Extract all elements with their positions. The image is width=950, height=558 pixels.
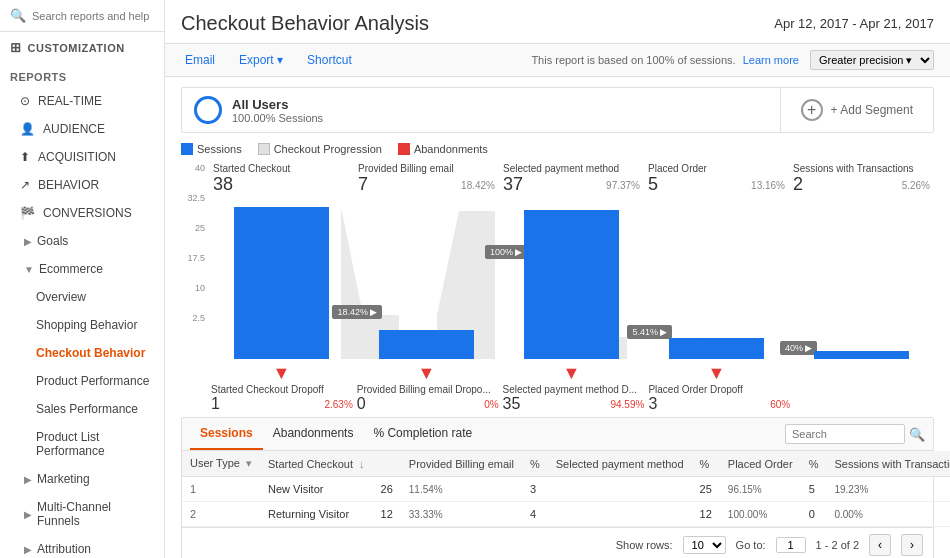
funnel-col-5 [789,351,934,359]
payment-label: Selected payment method [503,163,640,174]
goto-input[interactable] [776,537,806,553]
cell-billing-pct-2: 33.33% [401,502,522,527]
precision-select[interactable]: Greater precision ▾ [810,50,934,70]
table-row: 1 New Visitor 26 11.54% 3 25 96.15% 5 19… [182,477,950,502]
cell-user-type-2: Returning Visitor [260,502,373,527]
next-page-button[interactable]: › [901,534,923,556]
ecommerce-label: Ecommerce [39,262,103,276]
sidebar-item-behavior[interactable]: ↗ BEHAVIOR [0,171,164,199]
email-button[interactable]: Email [181,51,219,69]
cell-placed-order-2: 0 [801,502,827,527]
sidebar-item-product-list[interactable]: Product List Performance [0,423,164,465]
funnel-top-numbers: Started Checkout 38 Provided Billing ema… [209,163,934,195]
col-payment-method: Selected payment method [548,451,692,477]
funnel-col-1: 18.42% ▶ [209,207,354,359]
dropoff-pct-2: 0% [484,399,498,410]
sidebar-item-marketing[interactable]: ▶ Marketing [0,465,164,493]
tab-sessions[interactable]: Sessions [190,418,263,450]
bar-chart: 18.42% ▶ 100% ▶ [209,199,934,359]
dropoff-col-2: Provided Billing email Dropo... 0 0% [355,384,501,413]
dropoff-label-3: Selected payment method D... [503,384,645,395]
placed-order-pct: 13.16% [751,180,785,191]
customization-section[interactable]: ⊞ CUSTOMIZATION [0,32,164,63]
sort-icon-started: ↓ [359,458,365,470]
multichannel-label: Multi-Channel Funnels [37,500,154,528]
col-placed-order-pct: % [801,451,827,477]
tab-completion-rate[interactable]: % Completion rate [363,418,482,450]
add-segment[interactable]: + + Add Segment [781,91,933,129]
placed-order-value: 5 [648,174,658,194]
sidebar-item-ecommerce[interactable]: ▼ Ecommerce [0,255,164,283]
toolbar-right: This report is based on 100% of sessions… [531,50,934,70]
plus-icon: + [801,99,823,121]
sidebar-item-multichannel[interactable]: ▶ Multi-Channel Funnels [0,493,164,535]
billing-email-value: 7 [358,174,368,194]
behavior-icon: ↗ [20,178,30,192]
acquisition-label: ACQUISITION [38,150,116,164]
sidebar-item-audience[interactable]: 👤 AUDIENCE [0,115,164,143]
search-input[interactable] [32,10,154,22]
col-user-type[interactable]: User Type ▾ [182,451,260,477]
cell-payment-pct-2 [548,502,692,527]
checkout-legend-label: Checkout Progression [274,143,382,155]
dropoff-value-1: 1 [211,395,220,412]
dropoff-label-4: Placed Order Dropoff [648,384,790,395]
goto-label: Go to: [736,539,766,551]
dropoff-arrow-4: ▼ [644,363,789,384]
segment-bar: All Users 100.00% Sessions + + Add Segme… [181,87,934,133]
sidebar-item-attribution[interactable]: ▶ Attribution [0,535,164,558]
table-header-row: User Type ▾ Started Checkout ↓ Provided … [182,451,950,477]
sidebar-item-product-performance[interactable]: Product Performance [0,367,164,395]
sessions-transactions-value: 2 [793,174,803,194]
col-billing-email-pct [373,451,401,477]
prev-page-button[interactable]: ‹ [869,534,891,556]
sidebar-item-acquisition[interactable]: ⬆ ACQUISITION [0,143,164,171]
sidebar-item-overview[interactable]: Overview [0,283,164,311]
tab-abandonments[interactable]: Abandonments [263,418,364,450]
table-search-input[interactable] [785,424,905,444]
abandonment-color [398,143,410,155]
report-note: This report is based on 100% of sessions… [531,54,735,66]
placed-order-label: Placed Order [648,163,785,174]
col-payment-pct: % [522,451,548,477]
search-bar[interactable]: 🔍 [0,0,164,32]
down-arrow-1: ▼ [273,363,291,384]
learn-more-link[interactable]: Learn more [743,54,799,66]
bar-placed-order [669,338,763,359]
payment-pct: 97.37% [606,180,640,191]
sessions-color [181,143,193,155]
multichannel-expand-icon: ▶ [24,509,32,520]
sidebar-item-sales-performance[interactable]: Sales Performance [0,395,164,423]
customization-label: CUSTOMIZATION [28,42,125,54]
cell-payment-method-pct-1: 96.15% [720,477,801,502]
cell-num-1: 1 [182,477,260,502]
table-search: 🔍 [785,424,925,444]
show-rows-select[interactable]: 10 [683,536,726,554]
goals-label: Goals [37,234,68,248]
col-started-checkout-header: Started Checkout 38 [209,163,354,195]
sidebar-item-shopping-behavior[interactable]: Shopping Behavior [0,311,164,339]
sidebar-item-realtime[interactable]: ⊙ REAL-TIME [0,87,164,115]
conversions-label: CONVERSIONS [43,206,132,220]
sidebar-item-conversions[interactable]: 🏁 CONVERSIONS [0,199,164,227]
export-button[interactable]: Export ▾ [235,51,287,69]
col-billing-email: Provided Billing email [401,451,522,477]
table-footer: Show rows: 10 Go to: 1 - 2 of 2 ‹ › [182,527,933,558]
dropoff-pct-4: 60% [770,399,790,410]
cell-placed-order-pct-2: 0.00% [826,502,950,527]
attribution-expand-icon: ▶ [24,544,32,555]
table-search-icon[interactable]: 🔍 [909,427,925,442]
col-billing-email-header: Provided Billing email 7 18.42% [354,163,499,195]
funnel-col-4: 40% ▶ [644,338,789,359]
y-axis: 40 32.5 25 17.5 10 2.5 [181,163,209,323]
sidebar-item-checkout-behavior[interactable]: Checkout Behavior [0,339,164,367]
toolbar-left: Email Export ▾ Shortcut [181,51,356,69]
payment-value: 37 [503,174,523,194]
dropoff-value-4: 3 [648,395,657,412]
cell-payment-method-pct-2: 100.00% [720,502,801,527]
sidebar-item-goals[interactable]: ▶ Goals [0,227,164,255]
col-started-checkout[interactable]: Started Checkout ↓ [260,451,373,477]
shortcut-button[interactable]: Shortcut [303,51,356,69]
all-users-segment[interactable]: All Users 100.00% Sessions [182,88,781,132]
col-sessions-transactions-header: Sessions with Transactions 2 5.26% [789,163,934,195]
